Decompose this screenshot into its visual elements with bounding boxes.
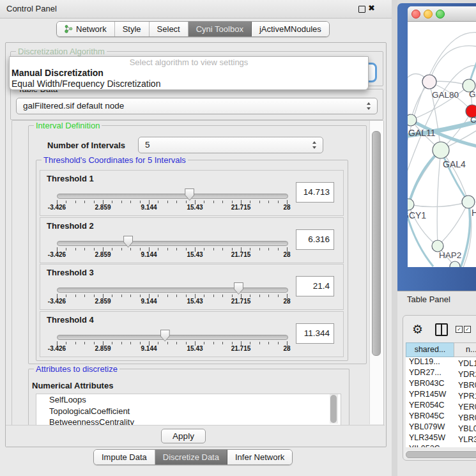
table-row[interactable]: YBR045CYBR0 <box>406 411 476 422</box>
minor-tick <box>278 342 279 344</box>
checkbox-icon[interactable]: ✓ <box>456 326 463 333</box>
minor-tick <box>121 201 122 203</box>
number-of-intervals-combo[interactable]: 5 <box>138 137 323 153</box>
tab-cyni-toolbox[interactable]: Cyni Toolbox <box>188 22 252 36</box>
node-gal11[interactable] <box>408 114 417 126</box>
attribute-item-selfloops[interactable]: SelfLoops <box>36 394 341 406</box>
threshold-slider-handle[interactable] <box>185 188 194 201</box>
table-hscrollbar-thumb[interactable] <box>406 451 476 458</box>
columns-icon[interactable] <box>435 323 448 336</box>
minor-tick <box>176 201 177 203</box>
node-label-h: H <box>472 208 476 218</box>
tab-style[interactable]: Style <box>115 22 150 36</box>
edge-thick[interactable] <box>460 202 470 267</box>
table-row[interactable]: YPR145WYPR1 <box>406 390 476 401</box>
checkbox-icon[interactable]: ✓ <box>464 326 471 333</box>
popup-item-manual-discretization[interactable]: Manual Discretization <box>10 68 368 79</box>
attribute-item-topologicalcoefficient[interactable]: TopologicalCoefficient <box>36 406 341 417</box>
cell-name: YDR2 <box>455 370 476 379</box>
table-row[interactable]: YER054CYER0 <box>406 401 476 411</box>
tick-label: -3.426 <box>39 251 75 258</box>
network-canvas[interactable]: GAL80GACGAL11GAL4GCY1HHAP2 <box>408 21 476 267</box>
node-h[interactable] <box>462 196 475 208</box>
minor-tick <box>268 201 269 203</box>
table-row[interactable]: YDR27...YDR2 <box>406 368 476 379</box>
tick-label: 9.144 <box>131 204 167 211</box>
threshold-value-field[interactable]: 6.316 <box>296 229 334 250</box>
edge-thin[interactable] <box>408 202 468 207</box>
float-window-icon[interactable] <box>358 6 365 13</box>
threshold-slider-handle[interactable] <box>234 282 243 295</box>
minor-tick <box>140 342 141 344</box>
edge-thin[interactable] <box>438 202 468 246</box>
node-gal80[interactable] <box>422 75 436 89</box>
numerical-attributes-list[interactable]: SelfLoopsTopologicalCoefficientBetweenne… <box>36 394 341 425</box>
mac-close-light[interactable] <box>411 10 420 19</box>
tick-label: -3.426 <box>39 204 75 211</box>
tab-infer-network[interactable]: Infer Network <box>227 450 292 464</box>
minor-tick <box>204 295 204 297</box>
combo-stepper-icon <box>312 141 317 149</box>
node-label-ga: GA <box>469 89 476 99</box>
threshold-slider-track[interactable] <box>57 288 288 293</box>
node-label-gal80: GAL80 <box>432 90 459 100</box>
tick-label: 2.859 <box>85 204 121 211</box>
threshold-value-field[interactable]: 21.4 <box>296 276 334 296</box>
close-icon[interactable]: ✖ <box>368 3 375 13</box>
scrollpane-vscrollbar-thumb[interactable] <box>372 131 381 356</box>
table-row[interactable]: YIL052CYIL0 <box>406 444 476 447</box>
threshold-slider-track[interactable] <box>57 241 288 246</box>
attributes-list-scrollbar[interactable] <box>330 394 338 424</box>
apply-button[interactable]: Apply <box>161 429 206 443</box>
threshold-panel-4: Threshold 4-3.4262.8599.14415.4321.71528… <box>40 311 344 357</box>
edge-thick[interactable] <box>441 150 468 202</box>
tab-label: Network <box>76 24 107 34</box>
edge-thin[interactable] <box>429 46 476 82</box>
column-header-name[interactable]: n... <box>454 342 476 357</box>
tab-jactivemnodules[interactable]: jActiveMNodules <box>252 22 329 36</box>
threshold-value-field[interactable]: 14.713 <box>296 182 334 203</box>
column-header-shared-name[interactable]: shared... <box>406 342 454 357</box>
table-data-combo[interactable]: galFiltered.sif default node <box>16 98 378 114</box>
tab-impute-data[interactable]: Impute Data <box>94 450 155 464</box>
tick-label: 2.859 <box>85 298 121 305</box>
minor-tick <box>204 248 204 250</box>
table-row[interactable]: YBR043CYBR0 <box>406 379 476 390</box>
threshold-slider-handle[interactable] <box>160 330 170 342</box>
threshold-value-field[interactable]: 11.344 <box>296 323 334 344</box>
tab-discretize-data[interactable]: Discretize Data <box>155 450 227 464</box>
cell-name: YPR1 <box>455 392 476 401</box>
threshold-slider-track[interactable] <box>57 335 288 340</box>
table-row[interactable]: YBL079WYBL0 <box>406 422 476 433</box>
minor-tick <box>186 295 187 297</box>
edge-thin[interactable] <box>408 150 441 204</box>
tick-label: 15.43 <box>177 251 213 258</box>
panel-divider[interactable] <box>392 0 397 476</box>
minor-tick <box>222 342 223 344</box>
minor-tick <box>66 201 66 203</box>
threshold-slider-handle[interactable] <box>123 236 133 248</box>
popup-item-equal-width[interactable]: Equal Width/Frequency Discretization <box>10 79 368 89</box>
edge-thin[interactable] <box>437 150 441 246</box>
node-gcy1[interactable] <box>408 199 414 210</box>
gear-icon[interactable]: ⚙ <box>412 323 423 335</box>
table-row[interactable]: YLR345WYLR3 <box>406 433 476 444</box>
attributes-list-scrollbar-thumb[interactable] <box>330 395 337 423</box>
minor-tick <box>222 248 223 250</box>
edge-thick[interactable] <box>408 213 433 266</box>
table-row[interactable]: YDL19...YDL1 <box>406 357 476 368</box>
threshold-slider-track[interactable] <box>57 194 288 199</box>
minor-tick <box>250 248 250 250</box>
attribute-item-betweennesscentrality[interactable]: BetweennessCentrality <box>36 417 341 425</box>
node-gal4[interactable] <box>433 142 449 158</box>
minor-tick <box>268 295 269 297</box>
tab-select[interactable]: Select <box>150 22 188 36</box>
popup-placeholder-item[interactable]: Select algorithm to view settings <box>10 57 368 68</box>
threshold-label: Threshold 1 <box>47 174 94 183</box>
cell-name: YDL1 <box>455 359 476 368</box>
mac-zoom-light[interactable] <box>436 10 445 19</box>
numerical-attributes-label: Numerical Attributes <box>32 381 113 390</box>
mac-minimize-light[interactable] <box>424 10 433 19</box>
tab-network[interactable]: Network <box>57 22 115 36</box>
minor-tick <box>167 295 168 297</box>
